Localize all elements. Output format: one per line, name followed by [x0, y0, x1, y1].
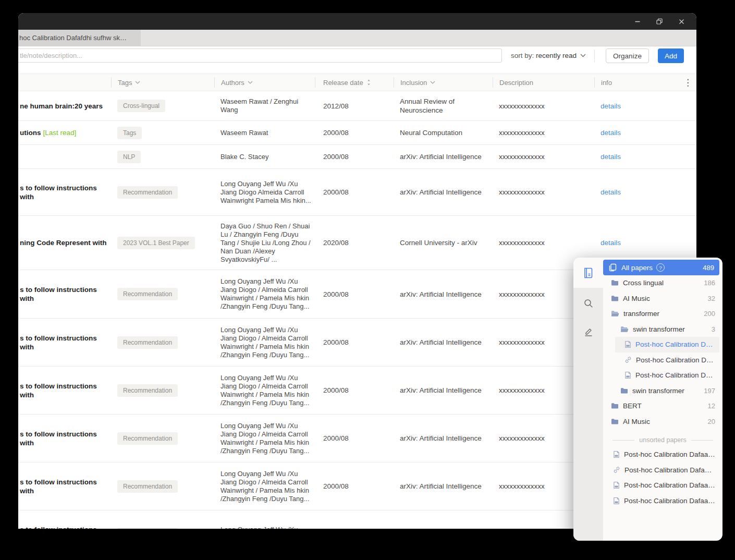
tag-pill: Recommendation: [117, 480, 178, 493]
add-button[interactable]: Add: [658, 48, 684, 63]
collections-tree: All papers ? 489 Cross lingual186AI Musi…: [603, 258, 722, 541]
sort-dropdown[interactable]: recently read: [536, 46, 586, 65]
all-papers-count: 489: [703, 264, 714, 272]
details-link[interactable]: details: [601, 129, 621, 137]
details-link[interactable]: details: [601, 239, 621, 247]
link-icon: [624, 356, 632, 363]
paper-title: ning Code Represent with: [18, 238, 111, 247]
paper-title: s to follow instructions with: [18, 334, 111, 351]
organize-button[interactable]: Organize: [606, 48, 649, 63]
table-row[interactable]: utions[Last read]TagsWaseem Rawat2000/08…: [18, 121, 696, 145]
sidebar-folder-item[interactable]: AI Music32: [603, 291, 722, 307]
description-cell: xxxxxxxxxxxxx: [493, 153, 594, 161]
unsorted-paper-item[interactable]: Post-hoc Calibration Dafaasd...: [603, 493, 722, 509]
release-date-cell: 2000/08: [315, 188, 394, 196]
inclusion-cell: arXiv: Artificial Intelligence: [394, 188, 493, 197]
tag-pill: Recommendation: [117, 432, 178, 445]
column-header-release-date[interactable]: Release date: [315, 77, 394, 88]
chevron-down-icon: [580, 54, 586, 57]
column-header-tags[interactable]: Tags: [111, 77, 214, 88]
sidebar-paper-item[interactable]: Post-hoc Calibration Dafa...: [615, 368, 719, 383]
all-papers-label: All papers: [621, 264, 653, 272]
item-count: 32: [708, 295, 715, 302]
paper-title: ne human brain:20 years: [18, 102, 111, 111]
release-date-cell: 2000/08: [315, 386, 394, 394]
paper-title: s to follow instructions with: [18, 184, 111, 201]
folder-open-icon: [620, 326, 629, 333]
search-icon: [583, 298, 594, 309]
tag-pill: Recommendation: [117, 288, 178, 300]
column-header-inclusion[interactable]: Inclusion: [394, 77, 493, 88]
window-titlebar: [18, 13, 696, 30]
details-link[interactable]: details: [601, 102, 621, 110]
authors-cell: Long Ouyang Jeff Wu /Xu Jiang Diogo / Al…: [214, 525, 315, 529]
item-count: 197: [704, 387, 715, 395]
inclusion-cell: Neural Computation: [394, 128, 493, 137]
book-icon: [582, 267, 594, 279]
sidebar-item-all-papers[interactable]: All papers ? 489: [603, 260, 719, 275]
inclusion-cell: arXiv: Artificial Intelligence: [394, 338, 493, 347]
table-row[interactable]: ne human brain:20 yearsCross-lingualWase…: [18, 91, 696, 121]
authors-cell: Long Ouyang Jeff Wu /Xu Jiang Diogo / Al…: [214, 325, 315, 360]
unsorted-paper-item[interactable]: Post-hoc Calibration Dafaasd...: [603, 462, 722, 478]
details-link[interactable]: details: [601, 188, 621, 196]
toolbar-divider: [594, 50, 595, 62]
minimize-button[interactable]: [630, 16, 645, 27]
tag-pill: NLP: [117, 151, 141, 163]
paper-title: s to follow instructions with: [18, 430, 111, 447]
tags-cell: Recommendation: [111, 480, 214, 493]
paper-title: s to follow instructions with: [18, 285, 111, 303]
tab-active[interactable]: hoc Calibration Dafafdhi sufhw sk…: [18, 30, 141, 46]
help-icon[interactable]: ?: [656, 263, 665, 272]
close-button[interactable]: [673, 16, 689, 27]
sidebar-paper-item[interactable]: Post-hoc Calibration Dafa...: [615, 352, 719, 368]
sidebar-folder-item[interactable]: transformer200: [603, 306, 722, 322]
sidebar-folder-item[interactable]: Cross lingual186: [603, 275, 722, 291]
paper-title: s to follow instructions with: [18, 382, 111, 399]
tab-bar: hoc Calibration Dafafdhi sufhw sk…: [18, 30, 696, 46]
sidebar-folder-item[interactable]: swin transformer197: [603, 383, 722, 399]
table-header: Tags Authors Release date Inclusion Desc…: [18, 74, 696, 91]
authors-cell: Long Ouyang Jeff Wu /Xu Jiang Diogo / Al…: [214, 373, 315, 408]
table-row[interactable]: s to follow instructions withRecommendat…: [18, 169, 696, 216]
library-nav-button[interactable]: [581, 265, 596, 280]
tags-cell: Recommendation: [111, 186, 214, 199]
folder-icon: [611, 279, 619, 286]
unsorted-paper-item[interactable]: Post-hoc Calibration Dafaasd...: [603, 447, 722, 462]
sidebar-folder-item[interactable]: swin transformer3: [603, 322, 722, 337]
tags-cell: Tags: [111, 127, 214, 139]
sidebar-folder-item[interactable]: BERT12: [603, 398, 722, 414]
inclusion-cell: Annual Review of Neuroscience: [394, 97, 493, 115]
inclusion-cell: arXiv: Artificial Intelligence: [394, 290, 493, 299]
tags-cell: NLP: [111, 151, 214, 163]
paper-title: s to follow instructions with: [18, 478, 111, 495]
pdf-icon: [624, 340, 631, 348]
details-link[interactable]: details: [601, 153, 621, 161]
description-cell: xxxxxxxxxxxxx: [493, 239, 594, 247]
tags-cell: Recommendation: [111, 336, 214, 349]
search-nav-button[interactable]: [581, 296, 596, 311]
pdf-icon: [624, 371, 631, 379]
description-cell: xxxxxxxxxxxxx: [493, 188, 594, 196]
column-header-description: Description: [493, 77, 594, 88]
column-header-authors[interactable]: Authors: [214, 77, 315, 88]
edit-nav-button[interactable]: [581, 324, 596, 339]
authors-cell: Daya Guo / Shuo Ren / Shuai Lu / Zhangyi…: [214, 221, 315, 265]
close-icon: [679, 19, 684, 25]
restore-button[interactable]: [652, 16, 667, 27]
sidebar-paper-item[interactable]: Post-hoc Calibration Dafa...: [615, 337, 719, 352]
desktop-background: hoc Calibration Dafafdhi sufhw sk… sort …: [0, 0, 735, 560]
chevron-down-icon: [430, 81, 435, 84]
tag-pill: Recommendation: [117, 384, 178, 397]
sidebar-folder-item[interactable]: AI Music20: [603, 414, 722, 430]
folder-icon: [611, 418, 619, 425]
unsorted-paper-item[interactable]: Post-hoc Calibration Dafaasd...: [603, 478, 722, 493]
release-date-cell: 2000/08: [315, 129, 394, 137]
table-options-kebab-icon[interactable]: ⋮: [673, 77, 696, 88]
pdf-icon: [613, 451, 620, 458]
folder-icon: [611, 403, 619, 409]
tag-pill: Recommendation: [117, 336, 178, 349]
table-row[interactable]: NLPBlake C. Stacey2000/08arXiv: Artifici…: [18, 145, 696, 169]
tag-pill: 2023 VOL.1 Best Paper: [117, 237, 195, 249]
search-input[interactable]: [18, 48, 502, 63]
